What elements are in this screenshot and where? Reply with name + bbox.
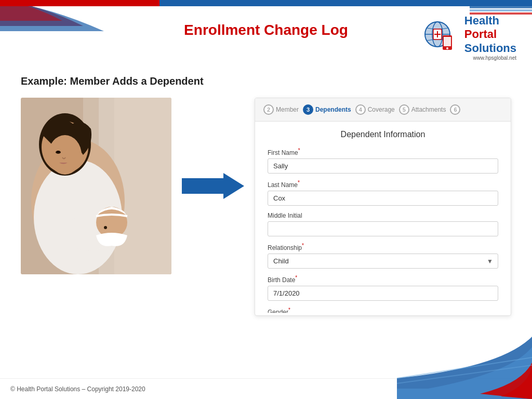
logo-portal: Portal (464, 28, 516, 41)
svg-rect-1 (470, 9, 532, 11)
birth-date-label: Birth Date* (268, 275, 498, 284)
logo-globe-icon (423, 20, 459, 56)
main-content: Example: Member Adds a Dependent (0, 75, 532, 378)
first-name-group: First Name* (268, 148, 498, 174)
relationship-select-wrapper: Child Spouse Domestic Partner ▼ (268, 254, 498, 269)
last-name-group: Last Name* (268, 180, 498, 206)
arrow-area (171, 98, 255, 274)
steps-bar: 2 Member 3 Dependents 4 Coverage 5 Attac… (255, 98, 511, 122)
relationship-group: Relationship* Child Spouse Domestic Part… (268, 243, 498, 269)
logo-text: Health Portal Solutions www.hpsglobal.ne… (464, 14, 516, 61)
svg-marker-26 (182, 173, 244, 199)
first-name-input[interactable] (268, 158, 498, 174)
step-circle-dependents: 3 (303, 104, 313, 115)
birth-date-group: Birth Date* (268, 275, 498, 301)
svg-point-25 (104, 226, 107, 229)
form-panel: 2 Member 3 Dependents 4 Coverage 5 Attac… (255, 98, 511, 316)
step-dependents[interactable]: 3 Dependents (303, 104, 351, 115)
step-attachments[interactable]: 5 Attachments (399, 104, 446, 115)
step-label-member: Member (276, 106, 299, 113)
top-bar (0, 0, 532, 6)
svg-rect-0 (470, 6, 532, 8)
relationship-label: Relationship* (268, 243, 498, 251)
gender-group: Gender* (268, 307, 498, 313)
step-circle-coverage: 4 (355, 104, 366, 115)
right-arrow-icon (182, 170, 244, 202)
svg-point-22 (57, 151, 60, 153)
logo-area: Health Portal Solutions www.hpsglobal.ne… (423, 14, 516, 61)
step-circle-attachments: 5 (399, 104, 409, 115)
middle-initial-group: Middle Initial (268, 212, 498, 236)
demo-area: 2 Member 3 Dependents 4 Coverage 5 Attac… (21, 98, 511, 316)
relationship-select[interactable]: Child Spouse Domestic Partner (268, 254, 498, 269)
step-label-attachments: Attachments (411, 106, 446, 113)
logo-solutions: Solutions (464, 42, 516, 55)
form-content: Dependent Information First Name* Last N… (255, 122, 511, 313)
example-title: Example: Member Adds a Dependent (21, 75, 511, 87)
bottom-right-decoration (397, 337, 532, 399)
step-6[interactable]: 6 (450, 104, 460, 115)
step-member[interactable]: 2 Member (263, 104, 299, 115)
gender-label: Gender* (268, 307, 498, 313)
first-name-label: First Name* (268, 148, 498, 156)
svg-point-12 (446, 47, 448, 49)
birth-date-input[interactable] (268, 286, 498, 301)
svg-point-20 (48, 135, 82, 175)
svg-rect-11 (444, 37, 451, 46)
middle-initial-input[interactable] (268, 221, 498, 236)
copyright-text: © Health Portal Solutions – Copyright 20… (10, 385, 145, 393)
page-title: Enrollment Change Log (184, 22, 348, 38)
last-name-input[interactable] (268, 191, 498, 206)
step-label-coverage: Coverage (368, 106, 395, 113)
step-circle-member: 2 (263, 104, 274, 115)
step-circle-6: 6 (450, 104, 460, 115)
step-label-dependents: Dependents (315, 106, 351, 113)
step-coverage[interactable]: 4 Coverage (355, 104, 395, 115)
logo-website: www.hpsglobal.net (464, 55, 516, 61)
top-right-decoration (470, 6, 532, 17)
mother-baby-photo (21, 98, 171, 274)
form-section-title: Dependent Information (268, 130, 498, 139)
last-name-label: Last Name* (268, 180, 498, 189)
middle-initial-label: Middle Initial (268, 212, 498, 219)
svg-rect-2 (470, 12, 532, 15)
